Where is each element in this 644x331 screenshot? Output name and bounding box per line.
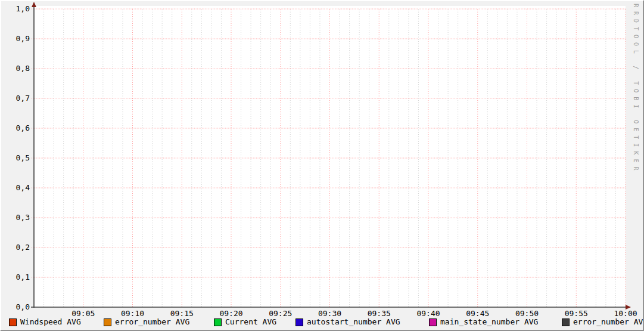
x-axis-tick-label: 10:00 <box>601 310 644 318</box>
chart-grid <box>1 1 644 331</box>
y-axis-tick-label: 0,9 <box>1 35 30 43</box>
y-axis-tick-label: 0,7 <box>1 94 30 103</box>
x-axis-tick-label: 09:05 <box>58 310 108 318</box>
legend-color-swatch <box>9 318 17 326</box>
y-axis-tick-label: 0,5 <box>1 154 30 162</box>
y-axis-tick-label: 0,6 <box>1 124 30 132</box>
y-axis-tick-label: 0,2 <box>1 243 30 252</box>
x-axis-tick-label: 09:10 <box>108 310 158 318</box>
y-axis-tick-label: 0,0 <box>1 303 30 311</box>
x-axis-tick-label: 09:15 <box>157 310 207 318</box>
legend-item: Windspeed AVG <box>9 318 81 326</box>
legend-label: autostart_number AVG <box>307 318 400 326</box>
x-axis-tick-label: 09:20 <box>206 310 256 318</box>
x-axis-tick-label: 09:30 <box>305 310 355 318</box>
legend-label: main_state_number AVG <box>440 318 538 326</box>
x-axis-tick-label: 09:45 <box>453 310 503 318</box>
y-axis-tick-label: 1,0 <box>1 5 30 13</box>
rrdtool-watermark: RRDTOOL / TOBI OETIKER <box>633 4 639 174</box>
legend-color-swatch <box>295 318 303 326</box>
x-axis-tick-label: 09:35 <box>354 310 404 318</box>
legend-color-swatch <box>429 318 437 326</box>
legend-color-swatch <box>562 318 570 326</box>
x-axis-tick-label: 09:55 <box>551 310 601 318</box>
x-axis-tick-label: 09:25 <box>256 310 306 318</box>
y-axis-tick-label: 0,4 <box>1 184 30 192</box>
y-axis-tick-label: 0,8 <box>1 64 30 73</box>
legend-item: autostart_number AVG <box>295 318 400 326</box>
legend-item: error_number AVG <box>104 318 189 326</box>
x-axis-tick-label: 09:40 <box>403 310 453 318</box>
legend-label: Current AVG <box>225 318 276 326</box>
legend-item: Current AVG <box>214 318 276 326</box>
plot-canvas <box>34 6 626 307</box>
legend-label: error_number AVG <box>573 318 644 326</box>
y-axis-arrow-icon <box>32 2 36 7</box>
legend-color-swatch <box>104 318 111 326</box>
x-axis-tick-label: 09:50 <box>502 310 552 318</box>
rrd-graph: 1,00,90,80,70,60,50,40,30,20,10,0 09:050… <box>0 0 644 331</box>
legend-item: main_state_number AVG <box>429 318 538 326</box>
legend-color-swatch <box>214 318 222 326</box>
y-axis-tick-label: 0,3 <box>1 214 30 222</box>
legend-label: Windspeed AVG <box>20 318 81 326</box>
legend-item: error_number AVG <box>562 318 644 326</box>
y-axis-tick-label: 0,1 <box>1 273 30 281</box>
legend-label: error_number AVG <box>115 318 189 326</box>
